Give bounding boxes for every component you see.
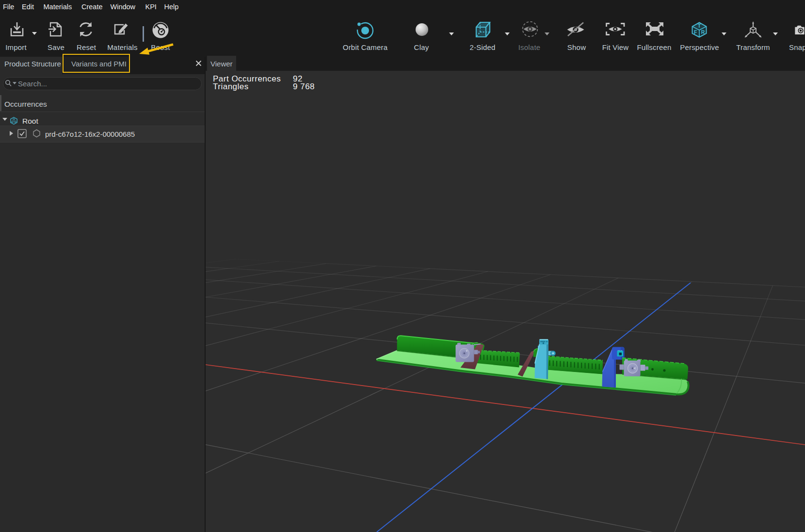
svg-text:T: T <box>698 23 701 29</box>
svg-text:R: R <box>701 29 705 35</box>
svg-text:F: F <box>694 29 697 35</box>
